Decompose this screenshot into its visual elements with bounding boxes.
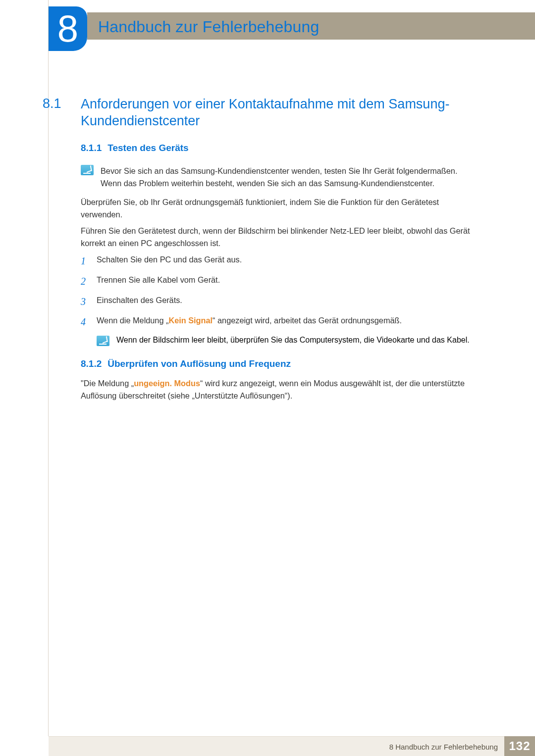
step4-bold: Kein Signal [168,316,213,325]
document-page: 8 Handbuch zur Fehlerbehebung 8.1 Anford… [0,0,535,756]
left-vertical-rule [48,0,49,756]
step-4: 4 Wenn die Meldung „Kein Signal“ angezei… [81,314,475,330]
chapter-tab: 8 [49,6,87,51]
paragraph-3: "Die Meldung „ungeeign. Modus“ wird kurz… [81,377,475,403]
section-title: Anforderungen vor einer Kontaktaufnahme … [81,96,467,130]
step-number: 4 [81,314,91,330]
subsection-2-number: 8.1.2 [81,358,102,369]
note-icon [81,165,94,175]
nested-note: Wenn der Bildschirm leer bleibt, überprü… [97,336,475,346]
para3-pre: "Die Meldung „ [81,379,134,388]
para3-bold: ungeeign. Modus [134,379,200,388]
paragraph-2: Führen Sie den Gerätetest durch, wenn de… [81,225,475,250]
subsection-1-title: Testen des Geräts [107,143,188,153]
ordered-steps: 1 Schalten Sie den PC und das Gerät aus.… [81,253,475,346]
step-text: Einschalten des Geräts. [97,294,182,309]
step-2: 2 Trennen Sie alle Kabel vom Gerät. [81,274,475,289]
subsection-2-title: Überprüfen von Auflösung und Frequenz [107,358,291,369]
note-block-1: Bevor Sie sich an das Samsung-Kundendien… [81,165,475,190]
step-number: 3 [81,294,91,309]
step-text: Trennen Sie alle Kabel vom Gerät. [97,274,220,289]
chapter-title: Handbuch zur Fehlerbehebung [98,18,320,36]
subsection-2-heading: 8.1.2Überprüfen von Auflösung und Freque… [81,358,291,369]
step4-pre: Wenn die Meldung „ [97,316,168,325]
page-number-box: 132 [504,736,535,756]
footer-left-cover [0,736,49,756]
chapter-number: 8 [57,10,78,48]
step-1: 1 Schalten Sie den PC und das Gerät aus. [81,253,475,269]
section-number: 8.1 [43,96,61,111]
step-number: 1 [81,253,91,269]
nested-note-text: Wenn der Bildschirm leer bleibt, überprü… [116,336,470,346]
step-3: 3 Einschalten des Geräts. [81,294,475,309]
note-icon [97,336,109,346]
step-text: Schalten Sie den PC und das Gerät aus. [97,253,242,269]
paragraph-1: Überprüfen Sie, ob Ihr Gerät ordnungsgem… [81,196,475,221]
step-number: 2 [81,274,91,289]
note-text-1: Bevor Sie sich an das Samsung-Kundendien… [101,165,475,190]
footer-chapter-label: 8 Handbuch zur Fehlerbehebung [389,743,498,751]
subsection-1-number: 8.1.1 [81,143,102,153]
page-number: 132 [509,739,530,753]
step4-post: “ angezeigt wird, arbeitet das Gerät ord… [213,316,402,325]
subsection-1-heading: 8.1.1Testen des Geräts [81,143,189,153]
step-text: Wenn die Meldung „Kein Signal“ angezeigt… [97,314,402,330]
